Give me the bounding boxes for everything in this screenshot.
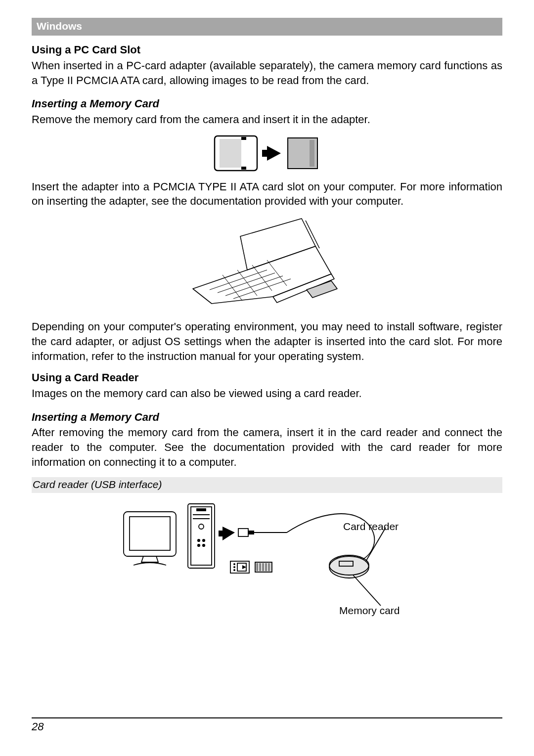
svg-rect-22 — [188, 504, 215, 568]
section-header: Windows — [32, 18, 502, 36]
svg-rect-2 — [241, 137, 246, 140]
svg-marker-44 — [242, 565, 246, 569]
svg-marker-19 — [307, 281, 337, 298]
svg-line-15 — [237, 270, 257, 296]
figure-caption-usb: Card reader (USB interface) — [32, 477, 502, 492]
heading-card-reader: Using a Card Reader — [32, 370, 502, 385]
svg-point-30 — [198, 544, 200, 546]
paragraph: Remove the memory card from the camera a… — [32, 112, 502, 127]
svg-rect-33 — [238, 529, 248, 536]
svg-point-27 — [199, 524, 204, 529]
figure-laptop — [32, 216, 502, 314]
figure-desktop-reader — [32, 498, 502, 617]
svg-rect-23 — [191, 507, 212, 565]
svg-point-40 — [233, 566, 235, 568]
svg-line-13 — [233, 279, 291, 299]
heading-pc-card-slot: Using a PC Card Slot — [32, 43, 502, 57]
svg-line-12 — [225, 276, 283, 296]
paragraph: When inserted in a PC-card adapter (avai… — [32, 58, 502, 88]
svg-marker-4 — [262, 146, 281, 161]
svg-line-52 — [353, 575, 381, 606]
page-number: 28 — [32, 719, 502, 734]
label-card-reader: Card reader — [343, 520, 399, 534]
label-memory-card: Memory card — [339, 604, 400, 618]
svg-point-28 — [198, 539, 200, 541]
paragraph: Images on the memory card can also be vi… — [32, 386, 502, 401]
subheading-inserting-1: Inserting a Memory Card — [32, 96, 502, 111]
svg-line-8 — [306, 221, 319, 248]
svg-rect-34 — [248, 531, 254, 534]
paragraph: After removing the memory card from the … — [32, 425, 502, 469]
svg-marker-32 — [219, 527, 235, 540]
svg-marker-7 — [240, 219, 315, 270]
page-footer: 28 — [32, 717, 502, 734]
svg-point-42 — [233, 569, 235, 571]
svg-rect-20 — [124, 512, 176, 556]
svg-rect-1 — [220, 139, 241, 168]
svg-line-14 — [222, 275, 242, 301]
paragraph: Depending on your computer's operating e… — [32, 319, 502, 363]
svg-point-31 — [203, 544, 205, 546]
svg-line-16 — [252, 265, 272, 291]
svg-line-11 — [218, 273, 275, 293]
svg-point-29 — [203, 539, 205, 541]
svg-line-17 — [267, 260, 287, 286]
svg-point-41 — [233, 563, 235, 565]
subheading-inserting-2: Inserting a Memory Card — [32, 410, 502, 425]
svg-rect-6 — [310, 140, 314, 167]
svg-rect-24 — [197, 509, 206, 511]
svg-rect-45 — [255, 562, 272, 572]
svg-rect-3 — [241, 167, 246, 170]
figure-adapter-card — [32, 134, 502, 175]
paragraph: Insert the adapter into a PCMCIA TYPE II… — [32, 179, 502, 209]
svg-rect-21 — [130, 517, 170, 550]
